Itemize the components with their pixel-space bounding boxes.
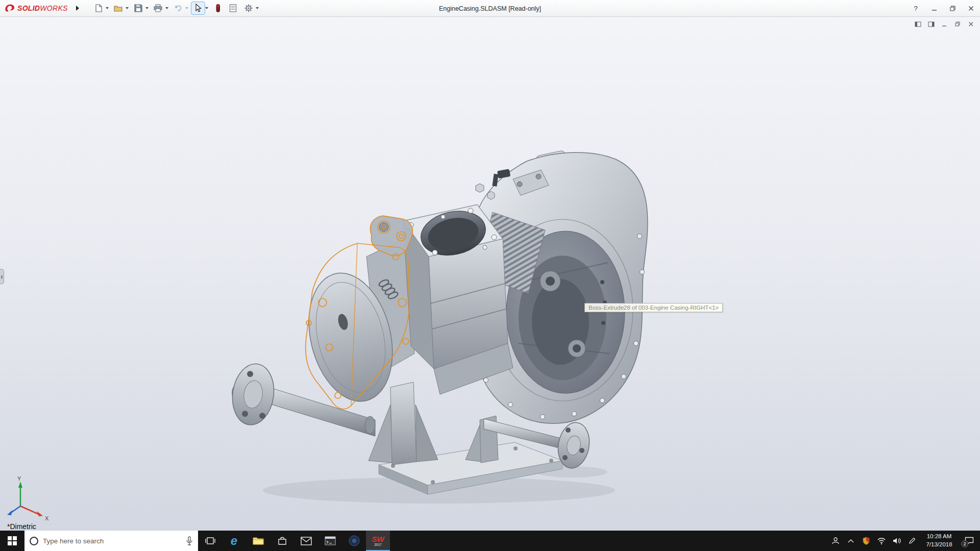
menu-flyout-arrow[interactable] (73, 2, 82, 14)
options-dropdown[interactable] (255, 2, 260, 14)
taskbar-app-file-explorer[interactable] (246, 531, 270, 551)
doc-restore-icon[interactable] (953, 20, 962, 28)
titlebar: SOLIDWORKS (0, 0, 980, 17)
action-center-button[interactable]: 2 (959, 531, 980, 551)
file-explorer-icon (252, 536, 264, 546)
network-button[interactable] (874, 531, 889, 551)
print-dropdown[interactable] (165, 2, 169, 14)
rebuild-button[interactable] (211, 1, 225, 15)
minimize-button[interactable] (925, 0, 943, 17)
select-button[interactable] (191, 1, 210, 15)
pen-button[interactable] (904, 531, 920, 551)
triad-y-label: Y (17, 475, 21, 482)
volume-icon (893, 537, 901, 544)
volume-button[interactable] (889, 531, 904, 551)
network-wifi-icon (877, 538, 886, 544)
undo-button[interactable] (171, 1, 190, 15)
taskbar-app-mail[interactable] (294, 531, 318, 551)
new-document-icon (92, 2, 105, 14)
system-tray: 10:28 AM 7/13/2018 2 (828, 531, 980, 551)
clock-time: 10:28 AM (920, 533, 959, 541)
search-input[interactable] (43, 537, 181, 545)
reference-triad-icon: Y X (5, 475, 52, 522)
open-document-dropdown[interactable] (125, 2, 130, 14)
new-document-button[interactable] (91, 1, 110, 15)
taskbar-app-terminal[interactable] (318, 531, 342, 551)
close-button[interactable] (962, 0, 980, 17)
select-dropdown[interactable] (205, 2, 209, 14)
taskbar-app-solidworks[interactable]: SW 2017 (366, 531, 390, 551)
edge-icon: e (231, 535, 237, 547)
save-icon (132, 2, 145, 14)
dark-disc-app-icon (349, 535, 360, 546)
print-button[interactable] (151, 1, 170, 15)
doc-close-icon[interactable] (967, 20, 975, 28)
options-gear-icon (242, 2, 255, 14)
rebuild-icon (211, 2, 225, 14)
open-document-button[interactable] (111, 1, 130, 15)
notification-badge: 2 (961, 540, 968, 547)
defender-button[interactable] (859, 531, 874, 551)
solidworks-window: SOLIDWORKS (0, 0, 980, 551)
window-controls: ? (906, 0, 980, 17)
store-bag-icon (277, 536, 287, 546)
document-window-controls (914, 20, 975, 28)
ds-logo-icon (4, 3, 15, 13)
file-properties-button[interactable] (226, 1, 240, 15)
maximize-button[interactable] (943, 0, 962, 17)
save-dropdown[interactable] (145, 2, 150, 14)
doc-pane-icon-2[interactable] (927, 20, 935, 28)
options-button[interactable] (241, 1, 260, 15)
people-button[interactable] (828, 531, 843, 551)
clock-date: 7/13/2018 (920, 541, 959, 549)
triad-x-label: X (45, 515, 49, 521)
help-button[interactable]: ? (906, 0, 925, 17)
new-document-dropdown[interactable] (105, 2, 110, 14)
microphone-icon[interactable] (186, 536, 193, 545)
doc-pane-icon-1[interactable] (914, 20, 922, 28)
defender-shield-icon (863, 537, 870, 545)
save-button[interactable] (131, 1, 150, 15)
taskbar-search[interactable] (24, 531, 198, 551)
mail-envelope-icon (301, 537, 312, 545)
brand-text: SOLIDWORKS (17, 4, 68, 12)
taskbar-app-edge[interactable]: e (222, 531, 246, 551)
graphics-area: Boss-Extrude28 of 003-Engine Casing-RIGH… (0, 17, 980, 531)
task-view-icon (205, 536, 215, 545)
chevron-up-icon (848, 539, 854, 543)
file-properties-icon (227, 2, 240, 14)
open-folder-icon (112, 2, 125, 14)
feature-tooltip: Boss-Extrude28 of 003-Engine Casing-RIGH… (584, 303, 723, 312)
solidworks-app-icon: SW 2017 (372, 535, 384, 547)
main-toolbar (91, 1, 260, 15)
windows-taskbar: e (0, 531, 980, 551)
taskbar-app-media[interactable] (342, 531, 366, 551)
print-icon (152, 2, 165, 14)
people-icon (831, 537, 840, 545)
taskbar-app-store[interactable] (270, 531, 294, 551)
select-cursor-icon (191, 2, 205, 14)
windows-logo-icon (8, 536, 17, 545)
terminal-icon (325, 536, 336, 545)
panel-splitter-handle[interactable] (0, 269, 4, 284)
pen-icon (909, 537, 916, 544)
taskbar-clock[interactable]: 10:28 AM 7/13/2018 (920, 533, 959, 548)
task-view-button[interactable] (198, 531, 222, 551)
show-hidden-icons-button[interactable] (843, 531, 859, 551)
undo-dropdown[interactable] (185, 2, 189, 14)
cad-model-engine-casing[interactable] (0, 17, 980, 531)
solidworks-logo: SOLIDWORKS (0, 3, 73, 13)
view-orientation-label: *Dimetric (7, 522, 36, 531)
doc-minimize-icon[interactable] (940, 20, 948, 28)
document-title: EngineCasing.SLDASM [Read-only] (439, 0, 541, 17)
start-button[interactable] (0, 531, 24, 551)
undo-icon (172, 2, 185, 14)
cortana-icon (30, 537, 38, 545)
